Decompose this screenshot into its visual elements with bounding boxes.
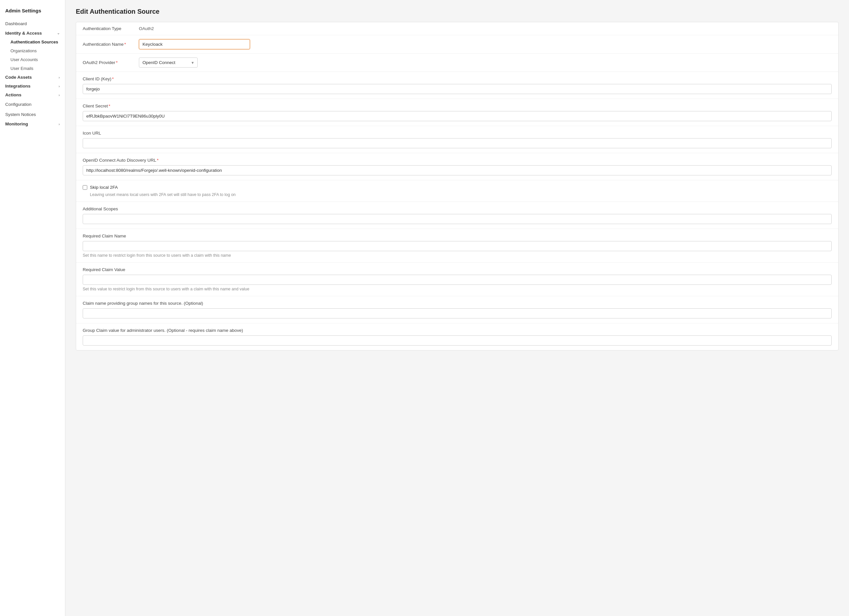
auth-type-row: Authentication Type OAuth2 bbox=[76, 22, 838, 35]
sidebar-item-identity-access[interactable]: Identity & Access ⌄ bbox=[0, 29, 65, 37]
client-secret-label: Client Secret* bbox=[83, 104, 832, 109]
auth-name-row: Authentication Name* bbox=[76, 35, 838, 54]
group-admin-label: Group Claim value for administrator user… bbox=[83, 328, 832, 333]
openid-discovery-input[interactable] bbox=[83, 165, 832, 176]
chevron-right-icon: › bbox=[58, 93, 60, 97]
sidebar-title: Admin Settings bbox=[0, 5, 65, 19]
edit-auth-source-form: Authentication Type OAuth2 Authenticatio… bbox=[76, 22, 839, 350]
required-claim-value-label: Required Claim Value bbox=[83, 267, 832, 272]
required-claim-name-hint: Set this name to restrict login from thi… bbox=[83, 253, 832, 258]
additional-scopes-row: Additional Scopes bbox=[76, 202, 838, 229]
additional-scopes-input[interactable] bbox=[83, 214, 832, 224]
sidebar: Admin Settings Dashboard Identity & Acce… bbox=[0, 0, 66, 616]
sidebar-item-code-assets[interactable]: Code Assets › bbox=[0, 73, 65, 82]
group-admin-input[interactable] bbox=[83, 335, 832, 345]
sidebar-sub-item-auth-sources[interactable]: Authentication Sources bbox=[0, 37, 65, 46]
chevron-right-icon: › bbox=[58, 122, 60, 126]
sidebar-item-monitoring[interactable]: Monitoring › bbox=[0, 119, 65, 128]
page-title: Edit Authentication Source bbox=[76, 8, 839, 15]
sidebar-item-label: Dashboard bbox=[5, 21, 27, 26]
icon-url-row: Icon URL bbox=[76, 126, 838, 153]
sidebar-item-actions[interactable]: Actions › bbox=[0, 91, 65, 99]
sidebar-section-label-text: Identity & Access bbox=[5, 31, 42, 36]
client-id-input[interactable] bbox=[83, 84, 832, 94]
group-claim-input[interactable] bbox=[83, 308, 832, 318]
sidebar-item-system-notices[interactable]: System Notices bbox=[0, 109, 65, 119]
sidebar-sub-item-organizations[interactable]: Organizations bbox=[0, 46, 65, 55]
openid-discovery-label: OpenID Connect Auto Discovery URL* bbox=[83, 158, 832, 163]
auth-name-label: Authentication Name* bbox=[83, 42, 135, 47]
chevron-right-icon: › bbox=[58, 84, 60, 88]
additional-scopes-label: Additional Scopes bbox=[83, 207, 832, 211]
sidebar-item-integrations[interactable]: Integrations › bbox=[0, 82, 65, 91]
required-claim-name-label: Required Claim Name bbox=[83, 234, 832, 238]
openid-discovery-row: OpenID Connect Auto Discovery URL* bbox=[76, 153, 838, 180]
sidebar-item-label: System Notices bbox=[5, 112, 36, 117]
oauth2-provider-label: OAuth2 Provider* bbox=[83, 60, 135, 65]
client-id-row: Client ID (Key)* bbox=[76, 72, 838, 99]
icon-url-input[interactable] bbox=[83, 138, 832, 148]
main-content: Edit Authentication Source Authenticatio… bbox=[66, 0, 849, 616]
skip-2fa-checkbox-group: Skip local 2FA Leaving unset means local… bbox=[83, 185, 832, 197]
sidebar-sub-item-user-accounts[interactable]: User Accounts bbox=[0, 55, 65, 64]
chevron-right-icon: › bbox=[58, 76, 60, 79]
oauth2-provider-row: OAuth2 Provider* OpenID Connect GitHub G… bbox=[76, 54, 838, 72]
skip-2fa-label-row[interactable]: Skip local 2FA bbox=[83, 185, 832, 190]
sidebar-section-label-text: Integrations bbox=[5, 83, 30, 89]
auth-name-input[interactable] bbox=[139, 39, 250, 49]
group-admin-row: Group Claim value for administrator user… bbox=[76, 323, 838, 350]
required-claim-value-hint: Set this value to restrict login from th… bbox=[83, 287, 832, 291]
icon-url-label: Icon URL bbox=[83, 131, 832, 135]
client-secret-input[interactable] bbox=[83, 111, 832, 121]
skip-2fa-checkbox[interactable] bbox=[83, 185, 87, 190]
sidebar-item-label: Configuration bbox=[5, 102, 31, 107]
sidebar-sub-item-user-emails[interactable]: User Emails bbox=[0, 64, 65, 73]
skip-2fa-row: Skip local 2FA Leaving unset means local… bbox=[76, 180, 838, 202]
sidebar-section-label-text: Monitoring bbox=[5, 122, 28, 126]
client-id-label: Client ID (Key)* bbox=[83, 76, 832, 81]
auth-type-label: Authentication Type bbox=[83, 26, 135, 31]
group-claim-label: Claim name providing group names for thi… bbox=[83, 301, 832, 306]
skip-2fa-label: Skip local 2FA bbox=[90, 185, 118, 190]
sidebar-item-dashboard[interactable]: Dashboard bbox=[0, 19, 65, 29]
required-claim-name-row: Required Claim Name Set this name to res… bbox=[76, 229, 838, 263]
sidebar-item-configuration[interactable]: Configuration bbox=[0, 99, 65, 109]
client-secret-row: Client Secret* bbox=[76, 99, 838, 126]
oauth2-provider-select[interactable]: OpenID Connect GitHub GitLab Gitea Custo… bbox=[139, 58, 198, 68]
required-claim-value-input[interactable] bbox=[83, 275, 832, 285]
sidebar-section-label-text: Code Assets bbox=[5, 75, 32, 80]
chevron-down-icon: ⌄ bbox=[57, 31, 60, 35]
required-claim-name-input[interactable] bbox=[83, 241, 832, 251]
group-claim-row: Claim name providing group names for thi… bbox=[76, 296, 838, 323]
skip-2fa-hint: Leaving unset means local users with 2FA… bbox=[83, 192, 832, 197]
sidebar-section-label-text: Actions bbox=[5, 92, 22, 97]
auth-type-value: OAuth2 bbox=[139, 26, 154, 31]
required-claim-value-row: Required Claim Value Set this value to r… bbox=[76, 263, 838, 296]
oauth2-provider-select-wrapper: OpenID Connect GitHub GitLab Gitea Custo… bbox=[139, 58, 198, 68]
